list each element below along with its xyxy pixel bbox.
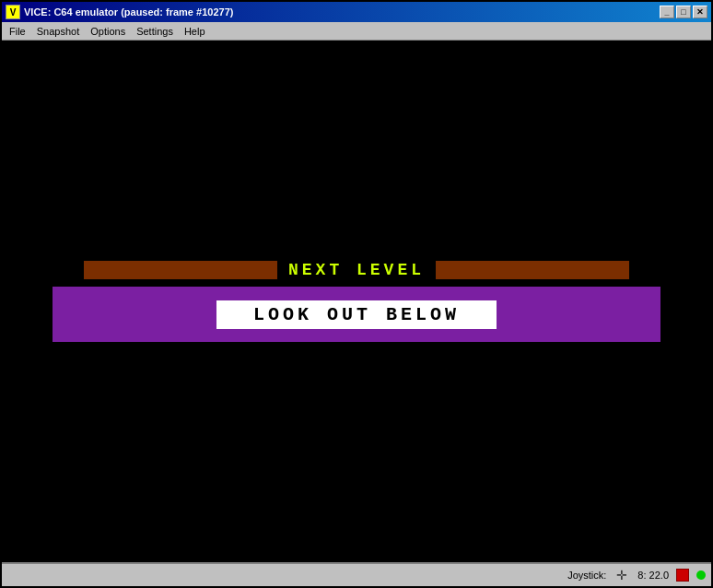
game-content: NEXT LEVEL LOOK OUT BELOW (53, 80, 660, 523)
title-bar-left: V VICE: C64 emulator (paused: frame #102… (6, 5, 233, 19)
status-bar: Joystick: ✛ 8: 22.0 (2, 562, 711, 586)
joystick-icon: ✛ (614, 567, 630, 583)
brown-bar-right (436, 261, 629, 279)
brown-bar-left (84, 261, 277, 279)
look-out-text: LOOK OUT BELOW (253, 304, 460, 325)
menu-options[interactable]: Options (85, 24, 131, 39)
close-button[interactable]: ✕ (693, 6, 707, 18)
title-bar-text: VICE: C64 emulator (paused: frame #10277… (24, 6, 233, 18)
menu-snapshot[interactable]: Snapshot (31, 24, 85, 39)
next-level-text: NEXT LEVEL (277, 261, 436, 279)
joystick-label: Joystick: (567, 570, 606, 581)
menu-help[interactable]: Help (179, 24, 211, 39)
frame-info: 8: 22.0 (637, 570, 669, 581)
red-status-indicator (676, 569, 689, 582)
green-status-indicator (696, 570, 706, 580)
menu-settings[interactable]: Settings (131, 24, 179, 39)
menu-file[interactable]: File (4, 24, 31, 39)
emulator-screen: NEXT LEVEL LOOK OUT BELOW (2, 41, 711, 562)
look-out-row: LOOK OUT BELOW (53, 287, 660, 342)
maximize-button[interactable]: □ (676, 6, 691, 18)
minimize-button[interactable]: _ (660, 6, 674, 18)
app-icon: V (6, 5, 20, 19)
look-out-inner: LOOK OUT BELOW (216, 300, 497, 329)
title-bar-controls: _ □ ✕ (660, 6, 707, 18)
menu-bar: File Snapshot Options Settings Help (2, 22, 711, 41)
title-bar: V VICE: C64 emulator (paused: frame #102… (2, 2, 711, 22)
main-window: V VICE: C64 emulator (paused: frame #102… (0, 0, 713, 588)
next-level-row: NEXT LEVEL (53, 261, 660, 279)
